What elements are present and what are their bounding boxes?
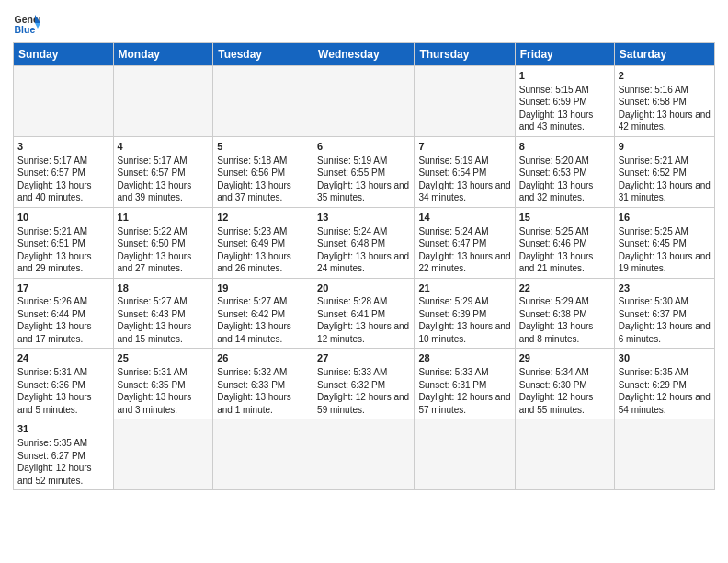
calendar-cell: 15Sunrise: 5:25 AM Sunset: 6:46 PM Dayli… — [515, 207, 614, 278]
calendar-cell: 16Sunrise: 5:25 AM Sunset: 6:45 PM Dayli… — [614, 207, 714, 278]
cell-day-number: 4 — [118, 140, 210, 154]
calendar-header-row: SundayMondayTuesdayWednesdayThursdayFrid… — [14, 43, 715, 66]
calendar-cell: 9Sunrise: 5:21 AM Sunset: 6:52 PM Daylig… — [614, 136, 714, 207]
cell-day-number: 9 — [619, 140, 711, 154]
cell-day-number: 23 — [619, 282, 711, 295]
calendar-cell — [515, 419, 614, 490]
calendar-cell: 17Sunrise: 5:26 AM Sunset: 6:44 PM Dayli… — [14, 278, 114, 349]
svg-marker-3 — [35, 23, 40, 29]
cell-day-number: 16 — [619, 211, 711, 224]
cell-info: Sunrise: 5:31 AM Sunset: 6:36 PM Dayligh… — [17, 366, 109, 416]
cell-day-number: 13 — [317, 211, 410, 224]
calendar-cell: 18Sunrise: 5:27 AM Sunset: 6:43 PM Dayli… — [113, 278, 213, 349]
cell-info: Sunrise: 5:32 AM Sunset: 6:33 PM Dayligh… — [217, 366, 309, 416]
cell-day-number: 3 — [17, 140, 109, 154]
cell-day-number: 29 — [519, 351, 610, 365]
cell-day-number: 10 — [17, 211, 109, 224]
cell-info: Sunrise: 5:26 AM Sunset: 6:44 PM Dayligh… — [17, 295, 109, 345]
cell-day-number: 21 — [418, 282, 510, 295]
day-header-saturday: Saturday — [614, 43, 714, 66]
calendar-cell: 14Sunrise: 5:24 AM Sunset: 6:47 PM Dayli… — [415, 207, 515, 278]
cell-day-number: 18 — [118, 282, 210, 295]
cell-info: Sunrise: 5:35 AM Sunset: 6:27 PM Dayligh… — [17, 437, 109, 487]
calendar-cell: 10Sunrise: 5:21 AM Sunset: 6:51 PM Dayli… — [14, 207, 114, 278]
cell-info: Sunrise: 5:25 AM Sunset: 6:46 PM Dayligh… — [519, 225, 610, 275]
calendar-cell: 20Sunrise: 5:28 AM Sunset: 6:41 PM Dayli… — [313, 278, 415, 349]
calendar-cell — [14, 66, 114, 137]
day-header-tuesday: Tuesday — [213, 43, 313, 66]
calendar-cell: 6Sunrise: 5:19 AM Sunset: 6:55 PM Daylig… — [313, 136, 415, 207]
cell-info: Sunrise: 5:17 AM Sunset: 6:57 PM Dayligh… — [17, 155, 109, 204]
cell-info: Sunrise: 5:22 AM Sunset: 6:50 PM Dayligh… — [118, 225, 210, 275]
svg-text:Blue: Blue — [15, 24, 36, 35]
calendar-cell — [415, 66, 515, 137]
cell-info: Sunrise: 5:24 AM Sunset: 6:48 PM Dayligh… — [317, 225, 410, 275]
cell-info: Sunrise: 5:20 AM Sunset: 6:53 PM Dayligh… — [519, 155, 610, 204]
cell-day-number: 22 — [519, 282, 610, 295]
cell-info: Sunrise: 5:15 AM Sunset: 6:59 PM Dayligh… — [519, 84, 610, 133]
calendar-cell: 22Sunrise: 5:29 AM Sunset: 6:38 PM Dayli… — [515, 278, 614, 349]
cell-info: Sunrise: 5:30 AM Sunset: 6:37 PM Dayligh… — [619, 295, 711, 345]
cell-info: Sunrise: 5:21 AM Sunset: 6:51 PM Dayligh… — [17, 225, 109, 275]
calendar-cell — [313, 66, 415, 137]
calendar-cell: 5Sunrise: 5:18 AM Sunset: 6:56 PM Daylig… — [213, 136, 313, 207]
cell-info: Sunrise: 5:17 AM Sunset: 6:57 PM Dayligh… — [118, 155, 210, 204]
day-header-thursday: Thursday — [415, 43, 515, 66]
calendar-cell: 3Sunrise: 5:17 AM Sunset: 6:57 PM Daylig… — [14, 136, 114, 207]
calendar-cell: 4Sunrise: 5:17 AM Sunset: 6:57 PM Daylig… — [113, 136, 213, 207]
calendar-cell: 1Sunrise: 5:15 AM Sunset: 6:59 PM Daylig… — [515, 66, 614, 137]
calendar-cell: 23Sunrise: 5:30 AM Sunset: 6:37 PM Dayli… — [614, 278, 714, 349]
cell-info: Sunrise: 5:29 AM Sunset: 6:38 PM Dayligh… — [519, 295, 610, 345]
cell-info: Sunrise: 5:16 AM Sunset: 6:58 PM Dayligh… — [619, 84, 711, 133]
cell-day-number: 28 — [418, 351, 510, 365]
calendar-cell: 11Sunrise: 5:22 AM Sunset: 6:50 PM Dayli… — [113, 207, 213, 278]
cell-info: Sunrise: 5:34 AM Sunset: 6:30 PM Dayligh… — [519, 366, 610, 416]
calendar-week-0: 1Sunrise: 5:15 AM Sunset: 6:59 PM Daylig… — [14, 66, 715, 137]
calendar-cell: 21Sunrise: 5:29 AM Sunset: 6:39 PM Dayli… — [415, 278, 515, 349]
calendar-cell: 12Sunrise: 5:23 AM Sunset: 6:49 PM Dayli… — [213, 207, 313, 278]
cell-day-number: 20 — [317, 282, 410, 295]
cell-info: Sunrise: 5:21 AM Sunset: 6:52 PM Dayligh… — [619, 155, 711, 204]
calendar-cell: 31Sunrise: 5:35 AM Sunset: 6:27 PM Dayli… — [14, 419, 114, 490]
calendar-cell: 30Sunrise: 5:35 AM Sunset: 6:29 PM Dayli… — [614, 349, 714, 419]
cell-day-number: 30 — [619, 351, 711, 365]
calendar-cell: 29Sunrise: 5:34 AM Sunset: 6:30 PM Dayli… — [515, 349, 614, 419]
cell-day-number: 25 — [118, 351, 210, 365]
cell-day-number: 19 — [217, 282, 309, 295]
header-area: General Blue — [13, 9, 715, 37]
cell-info: Sunrise: 5:19 AM Sunset: 6:54 PM Dayligh… — [418, 155, 510, 204]
cell-day-number: 15 — [519, 211, 610, 224]
calendar-cell: 7Sunrise: 5:19 AM Sunset: 6:54 PM Daylig… — [415, 136, 515, 207]
cell-day-number: 27 — [317, 351, 410, 365]
cell-info: Sunrise: 5:33 AM Sunset: 6:32 PM Dayligh… — [317, 366, 410, 416]
cell-day-number: 14 — [418, 211, 510, 224]
calendar: SundayMondayTuesdayWednesdayThursdayFrid… — [13, 42, 715, 490]
cell-info: Sunrise: 5:23 AM Sunset: 6:49 PM Dayligh… — [217, 225, 309, 275]
calendar-cell: 25Sunrise: 5:31 AM Sunset: 6:35 PM Dayli… — [113, 349, 213, 419]
cell-day-number: 8 — [519, 140, 610, 154]
calendar-week-3: 17Sunrise: 5:26 AM Sunset: 6:44 PM Dayli… — [14, 278, 715, 349]
cell-day-number: 5 — [217, 140, 309, 154]
calendar-cell: 2Sunrise: 5:16 AM Sunset: 6:58 PM Daylig… — [614, 66, 714, 137]
calendar-cell — [614, 419, 714, 490]
cell-day-number: 12 — [217, 211, 309, 224]
cell-day-number: 11 — [118, 211, 210, 224]
cell-day-number: 17 — [17, 282, 109, 295]
logo-icon: General Blue — [13, 9, 40, 37]
calendar-cell — [213, 419, 313, 490]
day-header-monday: Monday — [113, 43, 213, 66]
day-header-sunday: Sunday — [14, 43, 114, 66]
calendar-week-5: 31Sunrise: 5:35 AM Sunset: 6:27 PM Dayli… — [14, 419, 715, 490]
calendar-cell: 13Sunrise: 5:24 AM Sunset: 6:48 PM Dayli… — [313, 207, 415, 278]
cell-day-number: 24 — [17, 351, 109, 365]
calendar-cell: 26Sunrise: 5:32 AM Sunset: 6:33 PM Dayli… — [213, 349, 313, 419]
cell-day-number: 26 — [217, 351, 309, 365]
calendar-cell: 28Sunrise: 5:33 AM Sunset: 6:31 PM Dayli… — [415, 349, 515, 419]
calendar-week-4: 24Sunrise: 5:31 AM Sunset: 6:36 PM Dayli… — [14, 349, 715, 419]
cell-day-number: 7 — [418, 140, 510, 154]
calendar-cell — [113, 419, 213, 490]
calendar-cell — [113, 66, 213, 137]
calendar-cell — [313, 419, 415, 490]
calendar-week-2: 10Sunrise: 5:21 AM Sunset: 6:51 PM Dayli… — [14, 207, 715, 278]
cell-info: Sunrise: 5:27 AM Sunset: 6:43 PM Dayligh… — [118, 295, 210, 345]
